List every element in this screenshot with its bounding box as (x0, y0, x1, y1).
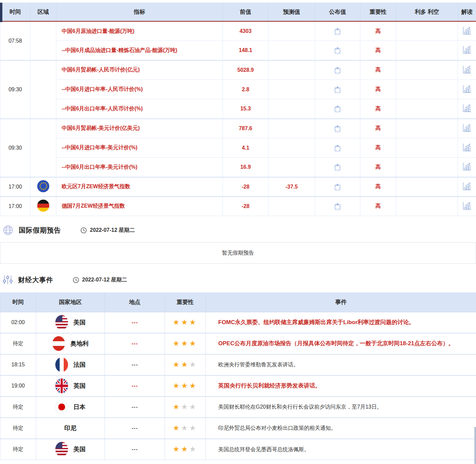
econ-row: --中国6月成品油进口量-精炼石油产品-能源(万吨)148.1高 (0, 41, 476, 60)
interpret-cell[interactable] (458, 119, 476, 138)
chart-interpret-icon[interactable] (462, 143, 472, 152)
flag-france-icon (55, 357, 68, 372)
country-name: 奥地利 (70, 340, 88, 348)
event-location: --- (105, 354, 165, 375)
event-description: 欧洲央行管委维勒鲁瓦发表讲话。 (206, 354, 476, 375)
star-icon: ★ (189, 318, 198, 326)
indicator-name: --中国6月出口年率-人民币计价(%) (56, 99, 223, 119)
event-location: --- (105, 397, 165, 418)
star-icon: ★ (181, 445, 189, 453)
interpret-cell[interactable] (458, 138, 476, 158)
interpret-cell[interactable] (458, 60, 476, 80)
star-icon: ★ (181, 360, 189, 369)
published-value-loading (315, 177, 360, 197)
chart-interpret-icon[interactable] (462, 45, 472, 54)
release-time: 09:30 (0, 119, 31, 177)
col-header-published: 公布值 (315, 3, 360, 21)
event-country: 英国 (36, 375, 105, 397)
event-row: 19:00英国---★★★英国央行行长贝利就经济形势发表讲话。 (0, 375, 476, 397)
loading-spinner-icon (337, 31, 339, 33)
country-wrap: 英国 (37, 378, 104, 393)
published-value-loading (315, 138, 360, 158)
country-wrap: 奥地利 (37, 336, 104, 351)
country-name: 英国 (73, 382, 85, 390)
interpret-cell[interactable] (458, 197, 476, 216)
table-corner-sliver (0, 3, 2, 22)
previous-value: 2.8 (223, 80, 269, 99)
chart-interpret-icon[interactable] (462, 103, 472, 113)
event-country: 日本 (36, 397, 105, 418)
star-icon: ★ (173, 381, 181, 390)
chart-interpret-icon[interactable] (462, 162, 472, 171)
star-icon: ★ (189, 339, 198, 348)
indicator-name: --中国6月成品油进口量-精炼石油产品-能源(万吨) (56, 41, 223, 60)
loading-spinner-icon (337, 50, 339, 52)
importance-level: 高 (360, 99, 396, 119)
published-value-loading (315, 197, 360, 216)
chart-interpret-icon[interactable] (462, 182, 472, 191)
previous-value: 4.1 (223, 138, 269, 158)
interpret-cell[interactable] (458, 41, 476, 60)
flag-usa-icon (55, 315, 68, 330)
star-icon: ★ (189, 424, 198, 432)
event-row: 18:15法国---★★★欧洲央行管委维勒鲁瓦发表讲话。 (0, 354, 476, 375)
bias-cell (396, 41, 458, 60)
importance-level: 高 (360, 80, 396, 99)
indicator-name: 中国6月原油进口量-能源(万吨) (56, 21, 223, 41)
interpret-cell[interactable] (458, 99, 476, 119)
event-importance-stars: ★★★ (165, 333, 206, 354)
event-importance-stars: ★★★ (165, 354, 206, 375)
forecast-value: -37.5 (269, 177, 315, 197)
col-header-time: 时间 (0, 3, 31, 21)
econ-row: --中国6月出口年率-美元计价(%)16.9高 (0, 158, 476, 177)
col-header-importance: 重要性 (165, 293, 206, 312)
col-header-location: 地点 (105, 293, 165, 312)
indicator-name: --中国6月出口年率-美元计价(%) (56, 158, 223, 177)
event-description: 美国总统拜登会见墨西哥总统洛佩斯。 (206, 439, 476, 460)
event-importance-stars: ★★★ (165, 375, 206, 397)
econ-row: 09:30中国6月贸易帐-人民币计价(亿元)5028.9高 (0, 60, 476, 80)
events-date-text: 2022-07-12 星期二 (82, 276, 127, 283)
scrollbar-thumb[interactable] (474, 427, 476, 464)
event-time: 02:00 (0, 312, 36, 333)
bias-cell (396, 177, 458, 197)
event-importance-stars: ★★★ (165, 439, 206, 460)
econ-row: 09:30中国6月贸易帐-美元计价(亿美元)787.6高 (0, 119, 476, 138)
indicator-name: 德国7月ZEW经济景气指数 (56, 197, 223, 216)
chart-interpret-icon[interactable] (462, 201, 472, 210)
chart-interpret-icon[interactable] (462, 123, 472, 133)
event-country: 法国 (36, 354, 105, 375)
loading-spinner-icon (337, 108, 339, 110)
interpret-cell[interactable] (458, 158, 476, 177)
previous-value: 148.1 (223, 41, 269, 60)
event-importance-stars: ★★★ (165, 312, 206, 333)
event-country: 奥地利 (36, 333, 105, 354)
event-row: 待定奥地利---★★★OPEC公布月度原油市场报告（月报具体公布时间待定，一般于… (0, 333, 476, 354)
indicator-name: --中国6月进口年率-美元计价(%) (56, 138, 223, 158)
col-header-country: 国家地区 (36, 293, 105, 312)
econ-row: 07:58中国6月原油进口量-能源(万吨)4303高 (0, 21, 476, 41)
star-icon: ★ (173, 339, 181, 348)
forecast-value (269, 41, 315, 60)
chart-interpret-icon[interactable] (462, 65, 472, 74)
event-time: 待定 (0, 418, 36, 439)
indicator-name: 中国6月贸易帐-美元计价(亿美元) (56, 119, 223, 138)
star-icon: ★ (173, 424, 181, 432)
chart-interpret-icon[interactable] (462, 26, 472, 35)
bias-cell (396, 80, 458, 99)
star-icon: ★ (181, 318, 189, 326)
event-description: 英国央行行长贝利就经济形势发表讲话。 (206, 375, 476, 397)
chart-interpret-icon[interactable] (462, 84, 472, 94)
star-icon: ★ (173, 445, 181, 453)
interpret-cell[interactable] (458, 21, 476, 41)
col-header-region: 区域 (31, 3, 56, 21)
col-header-bias: 利多 利空 (396, 3, 458, 21)
importance-level: 高 (360, 41, 396, 60)
interpret-cell[interactable] (458, 177, 476, 197)
previous-value: -28 (223, 197, 269, 216)
holiday-section-header: 国际假期预告 2022-07-12 星期二 (0, 225, 476, 236)
interpret-cell[interactable] (458, 80, 476, 99)
importance-level: 高 (360, 60, 396, 80)
events-section-title: 财经大事件 (18, 275, 53, 285)
star-icon: ★ (181, 339, 189, 348)
